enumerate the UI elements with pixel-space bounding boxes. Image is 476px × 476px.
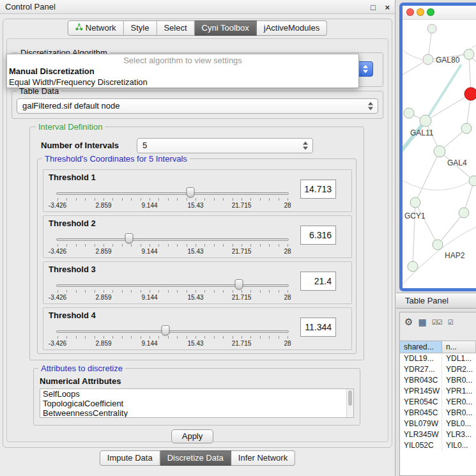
- threshold-slider-1[interactable]: -3.4262.8599.14415.4321.71528: [50, 184, 295, 211]
- table-row[interactable]: YIL052CYIL0...: [400, 440, 476, 451]
- slider-tick: [158, 290, 159, 293]
- close-window-icon[interactable]: ×: [385, 3, 390, 12]
- tab-cyni-toolbox[interactable]: Cyni Toolbox: [195, 20, 257, 36]
- slider-tick: [141, 244, 141, 247]
- slider-rail: -3.4262.8599.14415.4321.71528: [58, 230, 288, 257]
- table-row[interactable]: YBR045CYBR0...: [400, 408, 476, 418]
- attribute-item[interactable]: BetweennessCentrality: [40, 408, 346, 417]
- attributes-scrollbar[interactable]: [346, 389, 353, 417]
- tab-select[interactable]: Select: [157, 20, 194, 36]
- slider-tick: [177, 198, 178, 201]
- threshold-value-field[interactable]: 21.4: [300, 272, 336, 291]
- slider-scale-label: 2.859: [95, 294, 111, 301]
- network-node[interactable]: [464, 88, 476, 100]
- table-row[interactable]: YDR27...YDR2...: [400, 364, 476, 375]
- slider-tick: [242, 290, 242, 293]
- algorithm-popup-placeholder: Select algorithm to view settings: [7, 55, 358, 66]
- slider-tick: [223, 198, 224, 201]
- network-node[interactable]: [404, 108, 414, 118]
- gear-icon[interactable]: ⚙: [404, 316, 412, 328]
- network-node[interactable]: [461, 123, 472, 134]
- network-node-hap2[interactable]: [433, 240, 443, 250]
- network-edge[interactable]: [415, 151, 440, 203]
- network-edge[interactable]: [426, 94, 471, 121]
- slider-tick: [158, 198, 159, 201]
- network-node-gal80[interactable]: [423, 54, 433, 65]
- traffic-light-zoom[interactable]: [427, 8, 434, 16]
- attribute-item[interactable]: SelfLoops: [40, 389, 346, 399]
- table-row[interactable]: YER054CYER0...: [400, 397, 476, 408]
- algorithm-option[interactable]: Manual Discretization: [7, 66, 358, 77]
- threshold-value-field[interactable]: 6.316: [300, 226, 336, 245]
- network-edge-curve: [403, 173, 476, 190]
- threshold-value-field[interactable]: 14.713: [300, 180, 336, 199]
- network-node[interactable]: [408, 261, 418, 272]
- threshold-slider-3[interactable]: -3.4262.8599.14415.4321.71528: [50, 276, 295, 303]
- bottom-tab-bar: Impute DataDiscretize DataInfer Network: [100, 450, 295, 466]
- tab-infer-network[interactable]: Infer Network: [231, 450, 295, 466]
- tab-style[interactable]: Style: [124, 20, 157, 36]
- slider-tick: [242, 244, 242, 247]
- columns-icon[interactable]: ▦: [418, 317, 426, 327]
- apply-button[interactable]: Apply: [171, 429, 213, 443]
- attribute-item[interactable]: TopologicalCoefficient: [40, 399, 346, 408]
- network-node[interactable]: [427, 24, 436, 33]
- numerical-attributes-list[interactable]: SelfLoopsTopologicalCoefficientBetweenne…: [40, 388, 354, 418]
- table-row[interactable]: YLR345WYLR3...: [400, 429, 476, 440]
- slider-tick: [141, 336, 141, 339]
- threshold-value-field[interactable]: 11.344: [300, 318, 336, 337]
- network-canvas[interactable]: GAL80GAL11GAL4GCY1HAP2: [403, 20, 476, 288]
- float-window-icon[interactable]: □: [371, 3, 376, 12]
- slider-tick: [150, 336, 150, 339]
- dropdown-arrows-icon: [368, 102, 373, 111]
- network-edge[interactable]: [438, 213, 464, 245]
- network-node[interactable]: [464, 49, 474, 59]
- threshold-slider-4[interactable]: -3.4262.8599.14415.4321.71528: [50, 322, 295, 349]
- scrollbar-thumb[interactable]: [348, 390, 352, 406]
- tab-impute-data[interactable]: Impute Data: [100, 450, 160, 466]
- table-data-select[interactable]: galFiltered.sif default node: [17, 98, 378, 114]
- network-node[interactable]: [469, 176, 476, 186]
- column-header[interactable]: shared...: [400, 341, 442, 353]
- network-svg[interactable]: GAL80GAL11GAL4GCY1HAP2: [403, 20, 476, 288]
- cell-shared-name: YER054C: [400, 397, 442, 408]
- table-row[interactable]: YPR145WYPR1...: [400, 386, 476, 397]
- slider-thumb[interactable]: [125, 233, 133, 243]
- cell-shared-name: YDR27...: [400, 364, 442, 375]
- traffic-lights: [406, 7, 437, 19]
- table-row[interactable]: YBR043CYBR0...: [400, 375, 476, 386]
- slider-tick: [58, 336, 58, 339]
- number-of-intervals-select[interactable]: 5: [137, 138, 313, 153]
- checkbox-pair-icon[interactable]: ☑☑: [432, 319, 442, 326]
- traffic-light-close[interactable]: [406, 8, 414, 16]
- algorithm-option[interactable]: Equal Width/Frequency Discretization: [7, 77, 358, 88]
- slider-scale-label: 2.859: [95, 248, 111, 255]
- network-edge[interactable]: [403, 121, 426, 159]
- traffic-light-minimize[interactable]: [417, 8, 424, 16]
- network-edge[interactable]: [426, 65, 461, 121]
- slider-thumb[interactable]: [235, 279, 243, 289]
- network-window-titlebar[interactable]: [403, 6, 476, 20]
- slider-tick: [104, 290, 104, 293]
- slider-rail: -3.4262.8599.14415.4321.71528: [58, 184, 288, 211]
- tab-jactivemodules[interactable]: jActiveModules: [257, 20, 327, 36]
- table-row[interactable]: YBL079WYBL0...: [400, 418, 476, 429]
- slider-tick: [95, 290, 95, 293]
- slider-tick: [288, 290, 288, 293]
- column-header[interactable]: n...: [442, 341, 476, 353]
- tab-network[interactable]: Network: [68, 20, 124, 36]
- slider-scale-label: -3.426: [49, 202, 66, 209]
- network-node-gal11[interactable]: [420, 115, 431, 127]
- network-node-gal4[interactable]: [434, 146, 445, 157]
- checkbox-icon[interactable]: ☑: [448, 319, 453, 326]
- slider-thumb[interactable]: [186, 187, 194, 197]
- network-node-gcy1[interactable]: [410, 197, 420, 208]
- slider-tick: [131, 336, 132, 339]
- table-row[interactable]: YDL19...YDL1...: [400, 353, 476, 364]
- slider-thumb[interactable]: [162, 325, 170, 335]
- threshold-slider-2[interactable]: -3.4262.8599.14415.4321.71528: [50, 230, 295, 257]
- network-edge[interactable]: [415, 203, 438, 245]
- network-node[interactable]: [459, 208, 469, 218]
- tab-discretize-data[interactable]: Discretize Data: [160, 450, 231, 466]
- threshold-block-1: Threshold 1-3.4262.8599.14415.4321.71528…: [43, 169, 352, 212]
